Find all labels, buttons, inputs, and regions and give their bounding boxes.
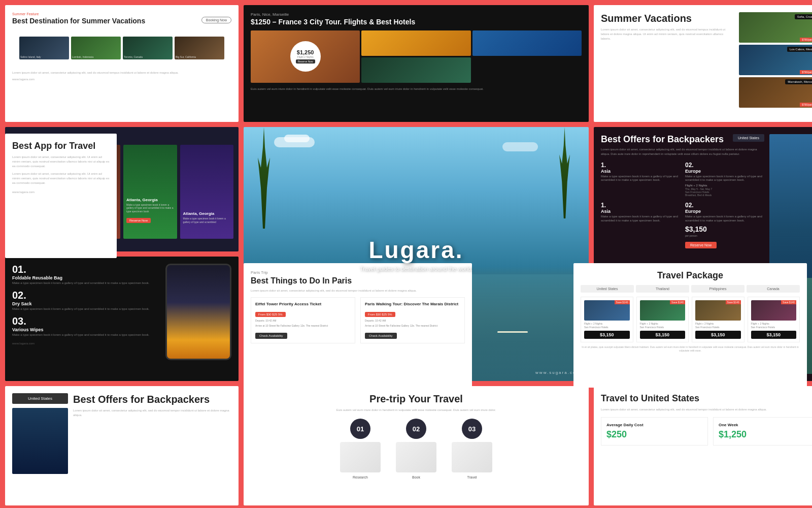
marais-price: From $30 $25 5% [365,312,395,317]
umbrella-2 [497,331,528,333]
offer-2-num: 02. [685,162,764,169]
tp-pkg-thai-price: $3,150 [640,331,686,339]
offer-4-title: Europe [685,209,764,214]
best-app-desc2: Lorem ipsum dolor sit amet, consectetur … [12,172,110,185]
pretrip-desc: Euis autem vel eum iriure dolor in hendr… [251,408,582,412]
step-2-icon [396,442,436,472]
bbl-desc: Lorem ipsum dolor sit amet, consectetur … [73,408,231,418]
summer-title: Summer Vacations [601,12,734,24]
france-img-2 [472,30,582,56]
travel-us-desc: Lorem ipsum dolor sit amet, consectetur … [601,407,812,412]
brand-tagline: Travel guides to destination around the … [360,266,472,272]
tp-packages-row: Save $140 Flight + 2 NightsSan Francisco… [581,297,800,342]
atlanta-name-4: Atlanta, Georgia [183,211,231,216]
marrakesh-label: Marrakesh, Morocco [785,79,812,84]
thumb-3: Toronto, Canada [123,37,173,59]
marais-title: Paris Walking Tour: Discover The Marais … [365,302,460,306]
tablet-area [165,264,231,374]
france-tour-card: Paris, Nice, Marseille $1250 – France 3 … [244,5,589,122]
price-circle: $1,250 Flight 2 Nights Reserve Now [290,41,321,72]
booking-now-button[interactable]: Booking Now [201,17,231,23]
marais-check-btn[interactable]: Check Availability [365,333,397,339]
offer-2-meals: Breakfast, Bed & Meals [685,194,764,197]
tp-tabs: United States Thailand Philippines Canad… [581,285,800,293]
offer-4-num: 02. [685,202,764,209]
tp-tab-usa[interactable]: United States [581,285,634,293]
tp-pkg-usa: Save $140 Flight + 2 NightsSan Francisco… [581,297,633,342]
best-app-title: Best App for Travel [12,141,110,152]
steps-row: 01 Research 02 Book 03 Travel [251,419,582,479]
france-price-label: Flight 2 Nights [297,55,314,58]
tp-pkg-phil-save: Save $140 [726,300,741,304]
france-reserve-btn[interactable]: Reserve Now [296,59,315,64]
paris-trip-overlay: Paris Trip Best Things to Do In Paris Lo… [244,263,472,388]
paris-pretrip-card: Pre-trip Your Travel Euis autem vel eum … [244,386,589,505]
tp-pkg-canada-price: $3,150 [751,331,797,339]
offer-1: 1. Asia Make a type specimen book it lor… [601,162,680,197]
atlanta-desc-3: Make a type specimen book it lorem a gal… [126,203,174,213]
essential-2: 02. Dry Sack Make a type specimen book i… [12,290,159,311]
paris-title: Best Things to Do In Paris [251,276,465,285]
best-app-desc: Lorem ipsum dolor sit amet, consectetur … [12,155,110,169]
bof-country-btn[interactable]: United States [733,134,764,142]
france-img-3: $1,250 Flight 2 Nights Reserve Now [251,30,360,83]
tp-pkg-thai-save: Save $140 [670,300,685,304]
price-boxes-row: Average Daily Cost $250 One Week $1,250 [601,417,812,446]
tp-tab-phil[interactable]: Philippines [691,285,745,293]
essential-2-num: 02. [12,290,159,301]
eiffel-arrives: Arrive at 10 Street Ne Fallsview Gallery… [255,324,351,328]
thumb-label-3: Toronto, Canada [124,55,143,58]
hero-text-area: Lugara. Travel guides to destination aro… [360,236,472,272]
summer-vacations-card: Summer Vacations Lorem ipsum dolor sit a… [594,5,812,122]
backpackers-bottom-card: United States Best Offers for Backpacker… [5,386,239,505]
essential-2-title: Dry Sack [12,301,159,306]
price-box-week: One Week $1,250 [713,417,812,446]
tp-pkg-canada: Save $140 Flight + 2 NightsSan Francisco… [748,297,800,342]
atlanta-img-3: Atlanta, Georgia Make a type specimen bo… [123,145,177,239]
tp-pkg-phil: Save $140 Flight + 2 NightsSan Francisco… [692,297,745,342]
atlanta-reserve-btn-3[interactable]: Reserve Now [126,218,151,223]
tp-tab-canada[interactable]: Canada [747,285,800,293]
sv-left: Summer Vacations Lorem ipsum dolor sit a… [601,12,734,115]
sv-right: Sofia, Croatia $790/person Los Cabos, Me… [739,12,812,115]
essential-3: 03. Various Wipes Make a type specimen b… [12,315,159,337]
best-destination-title: Best Destination for Summer Vacations [12,17,201,25]
eiffel-check-btn[interactable]: Check Availability [255,333,287,339]
loscabos-price: $790/person [800,70,812,74]
step-2-label: Book [412,475,420,479]
offer-3-desc: Make a type specimen book it lorem a gal… [601,215,680,223]
price-box-daily-amount: $250 [606,429,702,440]
pretrip-title: Pre-trip Your Travel [251,393,582,405]
tp-title: Travel Package [581,270,800,281]
step-1-num: 01 [350,419,370,439]
sofia-price: $790/person [800,38,812,42]
marrakesh-img: Marrakesh, Morocco $790/person [739,77,812,108]
atlanta-desc-4: Make a type specimen book it lorem a gal… [183,217,231,224]
tp-tab-thai[interactable]: Thailand [636,285,689,293]
offer-3-title: Asia [601,209,680,214]
offer-1-title: Asia [601,169,680,174]
eiffel-price: From $30 $25 5% [255,312,286,317]
offer-1-desc: Make a type specimen book it lorem a gal… [601,175,680,183]
offer-4-reserve-btn[interactable]: Reserve Now [685,242,717,248]
step-1-label: Research [353,475,368,479]
ticket-marais: Paris Walking Tour: Discover The Marais … [360,297,465,343]
essential-2-desc: Make a type specimen book it lorem a gal… [12,307,159,311]
tp-pkg-thai-info: Flight + 2 NightsSan Francisco Hotels [640,322,686,329]
tp-pkg-usa-info: Flight + 2 NightsSan Francisco Hotels [584,322,630,329]
price-box-week-amount: $1,250 [719,429,812,440]
tp-pkg-usa-save: Save $140 [615,300,630,304]
bbl-country-btn[interactable]: United States [12,393,68,404]
paris-desc: Lorem ipsum dolor sit amet, consectetur … [251,289,465,293]
step-3-icon [452,442,492,472]
cloud-3 [502,142,538,151]
essentials-list: 01. Foldable Reusable Bag Make a type sp… [12,264,159,374]
essential-3-desc: Make a type specimen book it lorem a gal… [12,333,159,337]
summer-desc: Lorem ipsum dolor sit amet, consectetur … [601,27,734,41]
travel-us-card: Travel to United States Lorem ipsum dolo… [594,386,812,505]
ticket-eiffel: Eiffel Tower Priority Access Ticket From… [251,297,355,343]
offer-2: 02. Europe Make a type specimen book it … [685,162,764,197]
offer-2-title: Europe [685,169,764,174]
offer-4: 02. Europe Make a type specimen book it … [685,202,764,248]
sofia-label: Sofia, Croatia [795,14,812,19]
